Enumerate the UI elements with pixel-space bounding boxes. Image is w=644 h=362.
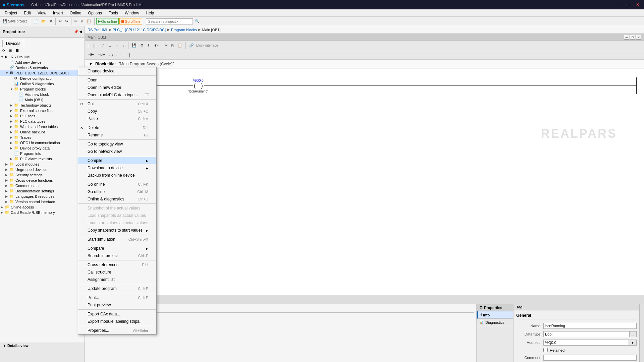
window-maximize[interactable]: □ xyxy=(625,2,631,7)
editor-canvas[interactable]: ▼ Block title: "Main Program Sweep (Cycl… xyxy=(85,60,644,295)
tree-item-version-control[interactable]: ▶📁Version control interface xyxy=(0,199,85,204)
menu-help[interactable]: Help xyxy=(143,10,158,16)
tree-arrow-online-backups[interactable]: ▶ xyxy=(10,130,14,134)
menu-window[interactable]: Window xyxy=(121,10,143,16)
ctx-item-rename[interactable]: RenameF2 xyxy=(78,131,156,139)
sidebar-collapse-button[interactable]: ◀ xyxy=(79,29,82,34)
tree-item-doc-settings[interactable]: ▶📁Documentation settings xyxy=(0,188,85,194)
menu-options[interactable]: Options xyxy=(85,10,105,16)
ctx-item-compare[interactable]: Compare xyxy=(78,245,156,252)
tree-arrow-traces[interactable]: ▶ xyxy=(10,136,14,139)
tree-arrow-languages[interactable]: ▶ xyxy=(5,195,9,198)
tree-arrow-local-modules[interactable]: ▶ xyxy=(5,163,9,166)
tree-btn-2[interactable]: ⊞ xyxy=(8,48,13,53)
ctx-item-call-structure[interactable]: Call structure xyxy=(78,268,156,276)
ctx-item-print[interactable]: Print...Ctrl+P xyxy=(78,294,156,301)
ctx-item-online-diag[interactable]: Online & diagnosticsCtrl+D xyxy=(78,195,156,203)
go-online-button[interactable]: ▶ Go online xyxy=(96,18,119,24)
ctx-item-go-network[interactable]: Go to network view xyxy=(78,148,156,155)
menu-insert[interactable]: Insert xyxy=(50,10,66,16)
tree-arrow-version-control[interactable]: ▶ xyxy=(5,200,9,203)
ladder-wire-v[interactable]: │ xyxy=(127,52,132,58)
breadcrumb-part-1[interactable]: RS Pro HMI xyxy=(88,28,107,32)
tb-undo[interactable]: ↩ xyxy=(57,18,63,24)
tree-item-root[interactable]: ▼▶RS Pro HMI xyxy=(0,54,85,60)
tree-arrow-opc-ua[interactable]: ▶ xyxy=(10,141,14,144)
tree-arrow-doc-settings[interactable]: ▶ xyxy=(5,189,9,193)
menu-edit[interactable]: Edit xyxy=(20,10,34,16)
editor-win-close[interactable]: ✕ xyxy=(636,35,641,40)
ctx-item-change-device[interactable]: Change device xyxy=(78,67,156,75)
ctx-item-paste[interactable]: PasteCtrl+V xyxy=(78,115,156,122)
et1-paste2[interactable]: 📋 xyxy=(176,43,183,48)
ctx-item-assignment-list[interactable]: Assignment list xyxy=(78,276,156,283)
ctx-item-properties[interactable]: Properties...Alt+Enter xyxy=(78,327,156,334)
tree-arrow-security[interactable]: ▶ xyxy=(5,173,9,177)
data-type-browse-btn[interactable]: ... xyxy=(630,331,637,337)
ctx-item-go-offline[interactable]: Go offlineCtrl+M xyxy=(78,188,156,195)
tb-copy[interactable]: ⎘ xyxy=(79,19,85,24)
ladder-coil[interactable]: ( ) xyxy=(108,52,114,58)
tree-arrow-program-blocks[interactable]: ▼ xyxy=(10,87,14,91)
et1-dl[interactable]: ⬇ xyxy=(146,43,152,48)
et1-cut2[interactable]: ✂ xyxy=(163,43,169,48)
tree-arrow-root[interactable]: ▼ xyxy=(1,55,5,59)
tree-item-device-config[interactable]: ⚙Device configuration xyxy=(0,76,85,81)
right-scroll-track[interactable] xyxy=(639,304,644,362)
ctx-item-export-module[interactable]: Export module labeling strips... xyxy=(78,318,156,325)
block-collapse-btn[interactable]: ▼ xyxy=(89,62,93,66)
tree-arrow-plc-data-types[interactable]: ▶ xyxy=(10,120,14,123)
editor-win-maximize[interactable]: □ xyxy=(630,35,635,40)
breadcrumb-part-2[interactable]: PLC_1 [CPU 1211C DC/DC/DC] xyxy=(113,28,166,32)
ctx-item-cut[interactable]: ✂CutCtrl+X xyxy=(78,100,156,108)
et1-btn2[interactable]: -||- xyxy=(91,43,98,48)
address-input[interactable] xyxy=(543,340,629,346)
tb-new[interactable]: 📄 xyxy=(32,18,39,24)
tree-item-ungrouped[interactable]: ▶📁Ungrouped devices xyxy=(0,167,85,172)
tree-arrow-device-proxy[interactable]: ▶ xyxy=(10,146,14,150)
ladder-contact-no[interactable]: ⊣⊢ xyxy=(86,52,96,58)
tree-item-cross-device[interactable]: ▶📁Cross-device functions xyxy=(0,178,85,183)
ctx-item-copy[interactable]: CopyCtrl+C xyxy=(78,108,156,115)
tree-item-common-data[interactable]: ▶📁Common data xyxy=(0,183,85,188)
tree-arrow-watch-force[interactable]: ▶ xyxy=(10,125,14,128)
tree-item-card-reader[interactable]: ▶📁Card Reader/USB memory xyxy=(0,210,85,215)
tree-item-traces[interactable]: ▶📁Traces xyxy=(0,135,85,140)
et1-btn6[interactable]: ↓ xyxy=(121,43,126,48)
tree-item-local-modules[interactable]: ▶📁Local modules xyxy=(0,162,85,167)
tree-arrow-plc-tags[interactable]: ▶ xyxy=(10,114,14,118)
tree-item-online-access[interactable]: ▶📁Online access xyxy=(0,204,85,210)
search-in-project-input[interactable] xyxy=(146,18,193,24)
tree-item-program-info[interactable]: 📄Program info xyxy=(0,151,85,156)
ladder-branch[interactable]: ⌐ xyxy=(115,52,120,58)
tree-item-languages[interactable]: ▶📁Languages & resources xyxy=(0,194,85,199)
menu-online[interactable]: Online xyxy=(66,10,85,16)
tb-cut[interactable]: ✂ xyxy=(73,18,79,24)
ctx-item-start-sim[interactable]: Start simulationCtrl+Shift+X xyxy=(78,236,156,243)
sidebar-pin-button[interactable]: 📌 xyxy=(74,29,78,34)
tree-arrow-common-data[interactable]: ▶ xyxy=(5,184,9,187)
tree-item-security[interactable]: ▶📁Security settings xyxy=(0,172,85,178)
tree-arrow-card-reader[interactable]: ▶ xyxy=(1,211,5,214)
data-type-input[interactable] xyxy=(543,331,630,337)
menu-project[interactable]: Project xyxy=(1,10,20,16)
ladder-wire-h[interactable]: ─ xyxy=(121,52,126,58)
et1-btn1[interactable]: | xyxy=(86,43,90,48)
tb-redo[interactable]: ↪ xyxy=(64,18,69,24)
tree-item-main-ob1[interactable]: 📄Main [OB1] xyxy=(0,97,85,103)
tree-item-add-device[interactable]: 📄Add new device xyxy=(0,60,85,65)
vtab-diagnostics[interactable]: 📊Diagnostics xyxy=(477,319,513,326)
menu-view[interactable]: View xyxy=(34,10,50,16)
tree-item-plc-tags[interactable]: ▶📁PLC tags xyxy=(0,113,85,119)
tree-item-device-proxy[interactable]: ▶📁Device proxy data xyxy=(0,145,85,151)
tree-item-technology-objects[interactable]: ▶📁Technology objects xyxy=(0,103,85,108)
et1-compile[interactable]: ⚙ xyxy=(139,43,145,48)
et1-btn5[interactable]: → xyxy=(114,43,120,48)
et1-btn4[interactable]: ☐ xyxy=(107,43,113,48)
ctx-item-open-block-plc[interactable]: Open block/PLC data type...F7 xyxy=(78,91,156,99)
ctx-item-print-preview[interactable]: Print preview... xyxy=(78,301,156,309)
tb-close[interactable]: ✕ xyxy=(48,18,54,24)
ctx-item-update-program[interactable]: Update programCtrl+P xyxy=(78,285,156,292)
et1-copy2[interactable]: ⎘ xyxy=(170,43,175,48)
address-browse-btn[interactable]: ▼ xyxy=(629,340,637,346)
